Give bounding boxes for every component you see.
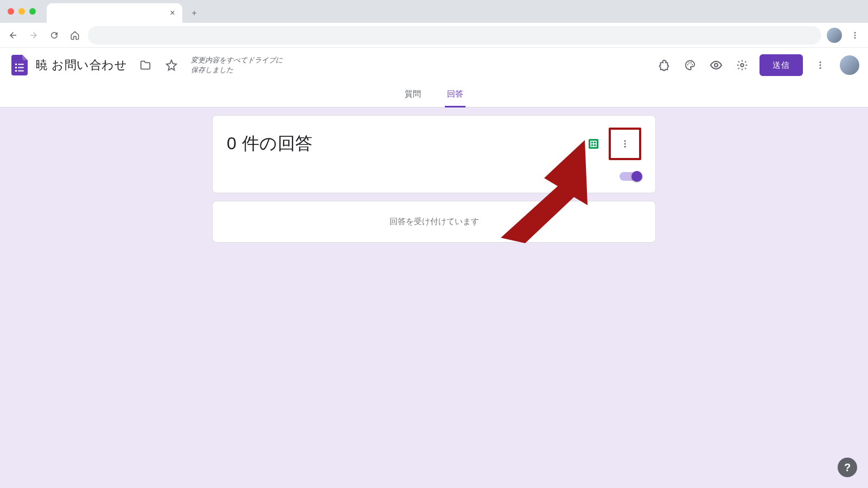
save-status: 変更内容をすべてドライブに 保存しました bbox=[191, 55, 283, 75]
back-button[interactable] bbox=[5, 28, 21, 43]
theme-button[interactable] bbox=[679, 54, 701, 76]
svg-point-11 bbox=[691, 62, 692, 64]
form-tabs: 質問 回答 bbox=[0, 83, 868, 107]
home-icon bbox=[70, 30, 80, 40]
send-button[interactable]: 送信 bbox=[760, 54, 803, 76]
move-to-folder-button[interactable] bbox=[135, 54, 156, 76]
svg-point-0 bbox=[854, 32, 856, 34]
accepting-toggle-row bbox=[227, 172, 641, 181]
chrome-profile-avatar[interactable] bbox=[827, 28, 842, 43]
toggle-knob bbox=[631, 171, 642, 182]
svg-rect-5 bbox=[15, 67, 17, 68]
star-icon bbox=[165, 59, 177, 71]
app-header: 暁 お問い合わせ 変更内容をすべてドライブに 保存しました 送信 bbox=[0, 48, 868, 83]
address-bar[interactable] bbox=[88, 26, 821, 45]
annotation-highlight bbox=[609, 128, 641, 160]
save-status-line1: 変更内容をすべてドライブに bbox=[191, 55, 283, 65]
forms-logo-icon bbox=[11, 55, 28, 75]
arrow-right-icon bbox=[29, 30, 39, 40]
help-icon: ? bbox=[844, 461, 851, 474]
accepting-status-text: 回答を受け付けています bbox=[390, 217, 479, 226]
window-minimize[interactable] bbox=[18, 8, 25, 15]
accepting-responses-toggle[interactable] bbox=[620, 172, 641, 181]
svg-rect-8 bbox=[18, 71, 24, 72]
accepting-status-card: 回答を受け付けています bbox=[212, 201, 656, 243]
response-count: 0 件の回答 bbox=[227, 132, 313, 156]
settings-button[interactable] bbox=[731, 54, 753, 76]
responses-card: 0 件の回答 bbox=[212, 115, 656, 193]
svg-point-9 bbox=[687, 64, 688, 65]
svg-point-1 bbox=[854, 34, 856, 36]
responses-more-button[interactable] bbox=[612, 131, 638, 157]
more-vert-icon bbox=[815, 60, 825, 70]
plus-icon bbox=[190, 9, 198, 17]
svg-point-12 bbox=[692, 64, 693, 65]
tab-responses[interactable]: 回答 bbox=[445, 83, 465, 107]
header-more-button[interactable] bbox=[809, 54, 831, 76]
new-tab-button[interactable] bbox=[187, 5, 202, 21]
help-button[interactable]: ? bbox=[838, 458, 857, 477]
svg-rect-7 bbox=[15, 70, 17, 72]
chrome-menu-button[interactable] bbox=[847, 28, 863, 43]
account-avatar[interactable] bbox=[840, 55, 859, 75]
arrow-left-icon bbox=[8, 30, 18, 40]
star-button[interactable] bbox=[161, 54, 182, 76]
browser-tab[interactable]: × bbox=[47, 3, 182, 23]
reload-icon bbox=[49, 30, 59, 40]
browser-chrome: × bbox=[0, 0, 868, 48]
page-body: 0 件の回答 bbox=[0, 107, 868, 488]
home-button[interactable] bbox=[67, 28, 82, 43]
window-controls bbox=[0, 0, 43, 23]
forms-logo[interactable] bbox=[9, 54, 30, 76]
window-close[interactable] bbox=[8, 8, 14, 15]
save-status-line2: 保存しました bbox=[191, 65, 283, 75]
sheets-icon bbox=[587, 137, 600, 150]
gear-icon bbox=[736, 59, 748, 71]
more-vert-icon bbox=[851, 31, 859, 40]
addons-button[interactable] bbox=[653, 54, 675, 76]
svg-rect-6 bbox=[18, 67, 24, 68]
create-spreadsheet-button[interactable] bbox=[586, 136, 601, 151]
svg-point-22 bbox=[624, 140, 626, 142]
svg-rect-4 bbox=[18, 64, 24, 65]
svg-point-13 bbox=[714, 64, 718, 67]
tab-questions[interactable]: 質問 bbox=[403, 83, 423, 107]
svg-point-15 bbox=[820, 61, 821, 63]
window-maximize[interactable] bbox=[29, 8, 36, 15]
svg-rect-3 bbox=[15, 64, 17, 65]
close-tab-icon[interactable]: × bbox=[168, 9, 177, 17]
folder-icon bbox=[139, 59, 151, 71]
svg-point-23 bbox=[624, 143, 626, 145]
svg-point-14 bbox=[741, 64, 744, 67]
puzzle-icon bbox=[658, 59, 670, 71]
svg-point-16 bbox=[820, 65, 821, 66]
svg-point-10 bbox=[688, 62, 690, 64]
tab-strip: × bbox=[0, 0, 868, 23]
preview-button[interactable] bbox=[705, 54, 727, 76]
svg-point-24 bbox=[624, 146, 626, 148]
eye-icon bbox=[710, 59, 723, 72]
responses-header: 0 件の回答 bbox=[227, 128, 641, 160]
address-bar-row bbox=[0, 23, 868, 48]
reload-button[interactable] bbox=[47, 28, 62, 43]
palette-icon bbox=[684, 59, 696, 71]
svg-point-17 bbox=[820, 67, 821, 69]
forward-button[interactable] bbox=[26, 28, 41, 43]
svg-point-2 bbox=[854, 37, 856, 39]
more-vert-icon bbox=[620, 139, 630, 149]
form-title[interactable]: 暁 お問い合わせ bbox=[35, 57, 130, 73]
